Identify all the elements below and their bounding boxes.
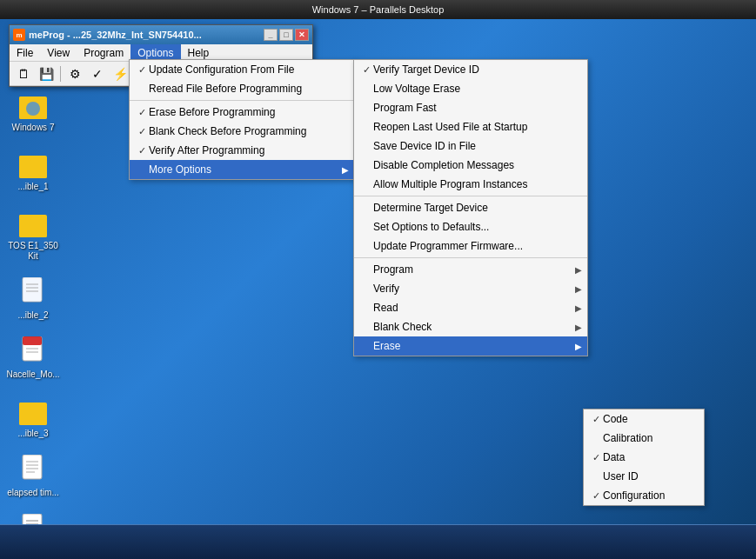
menu-entry-disable-completion[interactable]: Disable Completion Messages xyxy=(354,156,587,175)
menu-entry-read[interactable]: Read ▶ xyxy=(354,298,587,317)
parallels-titlebar: Windows 7 – Parallels Desktop xyxy=(0,0,756,19)
toolbar-checkmark[interactable]: ✓ xyxy=(87,64,108,83)
label-verify-after: Verify After Programming xyxy=(149,144,349,156)
label-erase-before: Erase Before Programming xyxy=(149,106,349,118)
label-erase: Erase xyxy=(373,340,575,352)
checkmark-program-fast xyxy=(359,103,373,113)
menu-entry-reopen-last[interactable]: Reopen Last Used File at Startup xyxy=(354,117,587,136)
checkmark-set-defaults xyxy=(359,222,373,232)
desktop-icon-4[interactable]: TOS E1_350 Kit xyxy=(7,208,59,262)
menu-entry-configuration[interactable]: ✓ Configuration xyxy=(584,486,704,505)
arrow-program: ▶ xyxy=(575,265,582,275)
toolbar-separator-1 xyxy=(60,66,61,82)
menu-entry-low-voltage[interactable]: Low Voltage Erase xyxy=(354,79,587,98)
label-save-device-id: Save Device ID in File xyxy=(373,140,582,152)
desktop-icon-2[interactable]: Windows 7 xyxy=(7,90,59,133)
label-disable-completion: Disable Completion Messages xyxy=(373,159,582,171)
toolbar-settings[interactable]: ⚙ xyxy=(64,64,85,83)
menu-entry-data[interactable]: ✓ Data xyxy=(584,448,704,467)
desktop-icon-6[interactable]: Nacelle_Mo... xyxy=(7,336,59,380)
options-dropdown-menu: ✓ Update Configuration From File Reread … xyxy=(129,59,355,180)
options-divider-1 xyxy=(130,100,354,101)
checkmark-verify-after: ✓ xyxy=(135,145,149,156)
desktop-icon-7[interactable]: ...ible_3 xyxy=(7,396,59,439)
menu-entry-more-options[interactable]: More Options ▶ xyxy=(130,160,354,179)
checkmark-verify xyxy=(359,283,373,294)
menu-entry-update-config[interactable]: ✓ Update Configuration From File xyxy=(130,60,354,79)
label-update-config: Update Configuration From File xyxy=(149,63,349,76)
checkmark-save-device-id xyxy=(359,141,373,151)
menu-entry-update-firmware[interactable]: Update Programmer Firmware... xyxy=(354,236,587,256)
label-program: Program xyxy=(373,263,575,276)
menu-entry-verify[interactable]: Verify ▶ xyxy=(354,279,587,298)
desktop-icon-3[interactable]: ...ible_1 xyxy=(7,149,59,192)
checkmark-low-voltage xyxy=(359,83,373,94)
checkmark-verify-target: ✓ xyxy=(359,64,373,76)
menu-entry-reread-file[interactable]: Reread File Before Programming xyxy=(130,79,354,98)
menu-entry-user-id[interactable]: User ID xyxy=(584,467,704,486)
menu-entry-save-device-id[interactable]: Save Device ID in File xyxy=(354,136,587,156)
app-titlebar: m meProg - ...25_32Mhz_Int_SN754410... _… xyxy=(10,25,312,44)
more-options-divider-1 xyxy=(354,196,587,196)
checkmark-blank-check2 xyxy=(359,322,373,332)
label-update-firmware: Update Programmer Firmware... xyxy=(373,240,582,252)
desktop-icon-3-label: ...ible_1 xyxy=(17,182,48,192)
menu-entry-erase-before[interactable]: ✓ Erase Before Programming xyxy=(130,103,354,122)
checkmark-program xyxy=(359,264,373,275)
desktop-icon-5[interactable]: ...ible_2 xyxy=(7,277,59,321)
checkmark-configuration: ✓ xyxy=(589,490,603,502)
menu-entry-blank-check2[interactable]: Blank Check ▶ xyxy=(354,317,587,336)
label-program-fast: Program Fast xyxy=(373,102,582,114)
svg-rect-25 xyxy=(19,403,31,408)
minimize-button[interactable]: _ xyxy=(264,29,278,41)
label-allow-multiple: Allow Multiple Program Instances xyxy=(373,178,582,190)
menu-program[interactable]: Program xyxy=(77,44,130,61)
window-controls: _ □ ✕ xyxy=(264,29,309,41)
desktop-icon-5-label: ...ible_2 xyxy=(17,310,48,321)
label-code: Code xyxy=(603,413,699,425)
checkmark-data: ✓ xyxy=(589,452,603,463)
checkmark-erase xyxy=(359,341,373,351)
toolbar-new[interactable]: 🗒 xyxy=(13,64,34,83)
menu-entry-calibration[interactable]: Calibration xyxy=(584,429,704,448)
checkmark-disable-completion xyxy=(359,160,373,170)
checkmark-erase-before: ✓ xyxy=(135,107,149,118)
menu-entry-allow-multiple[interactable]: Allow Multiple Program Instances xyxy=(354,175,587,194)
menu-entry-verify-target[interactable]: ✓ Verify Target Device ID xyxy=(354,60,587,79)
restore-button[interactable]: □ xyxy=(279,29,293,41)
menu-entry-determine-target[interactable]: Determine Target Device xyxy=(354,198,587,217)
checkmark-code: ✓ xyxy=(589,414,603,425)
desktop-icon-4-label: TOS E1_350 Kit xyxy=(7,241,59,262)
svg-rect-9 xyxy=(19,159,47,178)
menu-entry-blank-check[interactable]: ✓ Blank Check Before Programming xyxy=(130,122,354,141)
label-blank-check: Blank Check Before Programming xyxy=(149,125,349,137)
desktop-icon-8[interactable]: elapsed tim... xyxy=(7,455,59,498)
svg-rect-10 xyxy=(19,156,31,161)
menu-entry-set-defaults[interactable]: Set Options to Defaults... xyxy=(354,217,587,236)
svg-rect-6 xyxy=(19,96,31,102)
svg-rect-26 xyxy=(23,455,42,479)
menu-file[interactable]: File xyxy=(10,44,40,61)
menu-entry-program[interactable]: Program ▶ xyxy=(354,260,587,279)
desktop: Windows 7 – Parallels Desktop ...ion... … xyxy=(0,0,756,559)
desktop-icon-6-label: Nacelle_Mo... xyxy=(6,369,59,380)
menu-entry-program-fast[interactable]: Program Fast xyxy=(354,98,587,117)
more-options-submenu: ✓ Verify Target Device ID Low Voltage Er… xyxy=(353,59,588,356)
label-read: Read xyxy=(373,302,575,314)
menu-view[interactable]: View xyxy=(40,44,77,61)
toolbar-flash[interactable]: ⚡ xyxy=(110,64,130,83)
desktop-icon-area: ...ion... Windows 7 ...ible_1 xyxy=(7,30,59,559)
checkmark-more-options xyxy=(135,164,149,175)
menu-entry-erase[interactable]: Erase ▶ xyxy=(354,336,587,356)
menu-entry-verify-after[interactable]: ✓ Verify After Programming xyxy=(130,141,354,160)
label-reread-file: Reread File Before Programming xyxy=(149,83,349,95)
close-button[interactable]: ✕ xyxy=(295,29,309,41)
label-verify: Verify xyxy=(373,283,575,295)
toolbar-save[interactable]: 💾 xyxy=(36,64,57,83)
menu-entry-code[interactable]: ✓ Code xyxy=(584,409,704,429)
label-low-voltage: Low Voltage Erase xyxy=(373,83,582,95)
svg-point-7 xyxy=(26,102,40,116)
checkmark-reopen-last xyxy=(359,122,373,132)
svg-rect-24 xyxy=(19,406,47,425)
desktop-icon-8-label: elapsed tim... xyxy=(7,488,58,498)
